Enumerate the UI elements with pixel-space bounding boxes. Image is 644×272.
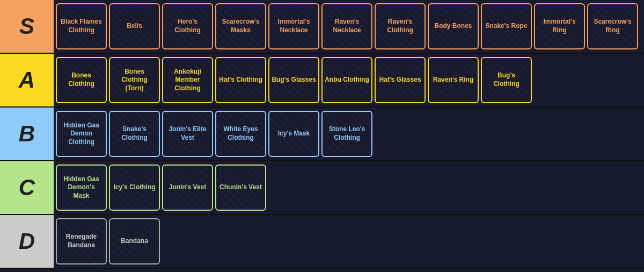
tier-items-s: Black Flames ClothingBellsHero's Clothin… xyxy=(54,0,644,53)
tier-list: SBlack Flames ClothingBellsHero's Clothi… xyxy=(0,0,644,269)
item-card[interactable]: Hidden Gas Demon Clothing xyxy=(56,111,107,157)
item-card[interactable]: Hat's Clothing xyxy=(215,57,266,103)
item-card[interactable]: Black Flames Clothing xyxy=(56,3,107,49)
item-card[interactable]: Snake's Clothing xyxy=(109,111,160,157)
tier-items-c: Hidden Gas Demon's MaskIcy's ClothingJon… xyxy=(54,161,644,214)
tier-row-c: CHidden Gas Demon's MaskIcy's ClothingJo… xyxy=(0,161,644,215)
tier-label-a: A xyxy=(0,54,54,106)
item-card[interactable]: Bones Clothing (Torn) xyxy=(109,57,160,103)
tier-items-a: Bones ClothingBones Clothing (Torn)Ankok… xyxy=(54,54,644,106)
tier-label-d: D xyxy=(0,215,54,268)
item-card[interactable]: Raven's Clothing xyxy=(375,3,426,49)
item-card[interactable]: Snake's Rope xyxy=(481,3,532,49)
item-card[interactable]: Bones Clothing xyxy=(56,57,107,103)
item-card[interactable]: Hero's Clothing xyxy=(162,3,213,49)
item-card[interactable]: Jonin's Elite Vest xyxy=(162,111,213,157)
tier-items-d: Renegade BandanaBandana xyxy=(54,215,644,268)
item-card[interactable]: White Eyes Clothing xyxy=(215,111,266,157)
item-card[interactable]: Hat's Glasses xyxy=(375,57,426,103)
item-card[interactable]: Raven's Necklace xyxy=(321,3,372,49)
item-card[interactable]: Body Bones xyxy=(428,3,479,49)
item-card[interactable]: Bug's Glasses xyxy=(268,57,319,103)
tier-row-a: ABones ClothingBones Clothing (Torn)Anko… xyxy=(0,54,644,108)
item-card[interactable]: Anbu Clothing xyxy=(321,57,372,103)
item-card[interactable]: Scarecrow's Ring xyxy=(587,3,638,49)
item-card[interactable]: Scarecrow's Masks xyxy=(215,3,266,49)
item-card[interactable]: Jonin's Vest xyxy=(162,164,213,211)
item-card[interactable]: Renegade Bandana xyxy=(56,218,107,264)
item-card[interactable]: Icy's Mask xyxy=(268,111,319,157)
tier-items-b: Hidden Gas Demon ClothingSnake's Clothin… xyxy=(54,108,644,160)
item-card[interactable]: Immortal's Ring xyxy=(534,3,585,49)
item-card[interactable]: Chunin's Vest xyxy=(215,164,266,211)
tier-label-b: B xyxy=(0,108,54,160)
item-card[interactable]: Raven's Ring xyxy=(428,57,479,103)
tier-row-d: DRenegade BandanaBandana xyxy=(0,215,644,269)
item-card[interactable]: Ankokuji Member Clothing xyxy=(162,57,213,103)
tier-label-s: S xyxy=(0,0,54,53)
tier-label-c: C xyxy=(0,161,54,214)
item-card[interactable]: Bug's Clothing xyxy=(481,57,532,103)
item-card[interactable]: Bells xyxy=(109,3,160,49)
item-card[interactable]: Bandana xyxy=(109,218,160,264)
item-card[interactable]: Icy's Clothing xyxy=(109,164,160,211)
item-card[interactable]: Hidden Gas Demon's Mask xyxy=(56,164,107,211)
item-card[interactable]: Stone Leo's Clothing xyxy=(321,111,372,157)
tier-row-s: SBlack Flames ClothingBellsHero's Clothi… xyxy=(0,0,644,54)
item-card[interactable]: Immortal's Necklace xyxy=(268,3,319,49)
tier-row-b: BHidden Gas Demon ClothingSnake's Clothi… xyxy=(0,108,644,161)
